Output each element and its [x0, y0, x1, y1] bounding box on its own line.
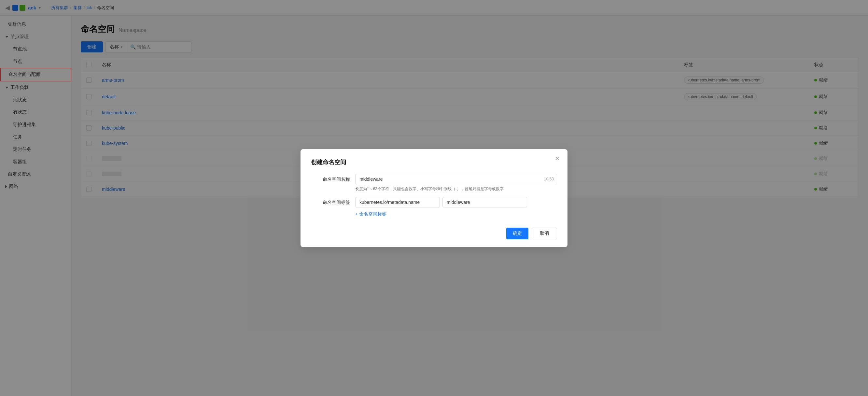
tag-value-input[interactable]: [442, 197, 527, 208]
namespace-name-input[interactable]: [355, 174, 557, 184]
form-control-name: 10/63 长度为1～63个字符，只能包含数字、小写字母和中划线（-），首尾只能…: [355, 174, 557, 192]
confirm-button[interactable]: 确定: [506, 227, 528, 239]
form-row-tag: 命名空间标签 + 命名空间标签: [311, 197, 557, 217]
form-label-name: 命名空间名称: [311, 174, 350, 182]
modal-overlay[interactable]: 创建命名空间 ✕ 命名空间名称 10/63 长度为1～63个字符，只能包含数字、…: [0, 0, 868, 396]
name-counter: 10/63: [544, 177, 554, 181]
name-hint: 长度为1～63个字符，只能包含数字、小写字母和中划线（-），首尾只能是字母或数字: [355, 186, 557, 192]
modal-footer: 确定 取消: [311, 227, 557, 239]
form-label-tag: 命名空间标签: [311, 197, 350, 206]
tag-inputs-row: [355, 197, 557, 208]
modal-title: 创建命名空间: [311, 158, 557, 166]
form-control-tag: + 命名空间标签: [355, 197, 557, 217]
cancel-button[interactable]: 取消: [532, 227, 557, 239]
modal-close-button[interactable]: ✕: [555, 156, 560, 161]
tag-key-input[interactable]: [355, 197, 440, 208]
create-namespace-modal: 创建命名空间 ✕ 命名空间名称 10/63 长度为1～63个字符，只能包含数字、…: [301, 149, 567, 247]
add-tag-button[interactable]: + 命名空间标签: [355, 211, 386, 217]
form-input-name-wrap: 10/63: [355, 174, 557, 184]
form-row-name: 命名空间名称 10/63 长度为1～63个字符，只能包含数字、小写字母和中划线（…: [311, 174, 557, 192]
